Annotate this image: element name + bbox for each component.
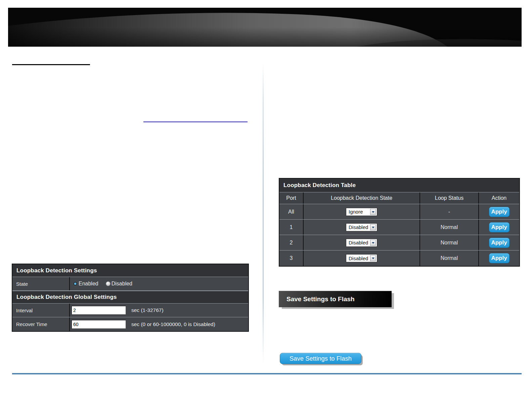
interval-hint: sec (1-32767) bbox=[131, 307, 164, 313]
action-cell: Apply bbox=[479, 250, 519, 266]
apply-button-port3[interactable]: Apply bbox=[489, 253, 509, 263]
state-row: State Enabled Disabled bbox=[12, 277, 248, 291]
apply-button-port2[interactable]: Apply bbox=[489, 238, 509, 248]
apply-button-port1[interactable]: Apply bbox=[489, 222, 509, 232]
global-settings-title: Loopback Detection Global Settings bbox=[12, 291, 248, 304]
port-table-header-row: Port Loopback Detection State Loop Statu… bbox=[279, 192, 519, 204]
dropdown-arrow-icon[interactable] bbox=[370, 240, 376, 246]
column-divider-line bbox=[263, 62, 264, 364]
state-label: State bbox=[12, 277, 70, 290]
enabled-radio[interactable] bbox=[73, 281, 78, 286]
state-select-port2[interactable]: Disabled bbox=[346, 239, 377, 247]
state-cell: Disabled bbox=[304, 220, 420, 235]
settings-panel-title: Loopback Detection Settings bbox=[12, 264, 248, 277]
loop-status-cell: Normal bbox=[420, 220, 479, 235]
port-cell: 2 bbox=[279, 235, 304, 250]
col-header-state: Loopback Detection State bbox=[304, 192, 420, 204]
action-cell: Apply bbox=[479, 220, 519, 235]
disabled-radio-label: Disabled bbox=[112, 281, 132, 287]
state-select-value: Ignore bbox=[349, 209, 369, 215]
action-cell: Apply bbox=[479, 204, 519, 219]
table-row-1: 1 Disabled Normal Apply bbox=[279, 220, 519, 235]
table-row-3: 3 Disabled Normal Apply bbox=[279, 250, 519, 266]
loop-status-cell: Normal bbox=[420, 235, 479, 250]
interval-row: Interval sec (1-32767) bbox=[12, 304, 248, 317]
hyperlink-underline[interactable] bbox=[143, 122, 248, 122]
port-cell: All bbox=[279, 204, 304, 219]
state-select-value: Disabled bbox=[349, 256, 369, 261]
disabled-radio[interactable] bbox=[106, 281, 110, 286]
section-heading-underline bbox=[12, 64, 90, 65]
dropdown-arrow-icon[interactable] bbox=[370, 255, 376, 261]
col-header-loop-status: Loop Status bbox=[420, 192, 479, 204]
port-cell: 1 bbox=[279, 220, 304, 235]
action-cell: Apply bbox=[479, 235, 519, 250]
recover-time-value-cell: sec (0 or 60-1000000, 0 is Disabled) bbox=[70, 317, 248, 331]
loop-status-cell: Normal bbox=[420, 250, 479, 266]
manual-page: Loopback Detection Settings State Enable… bbox=[0, 0, 532, 411]
state-select-value: Disabled bbox=[349, 224, 369, 230]
footer-divider-rule bbox=[12, 373, 522, 374]
apply-button-all[interactable]: Apply bbox=[489, 207, 509, 217]
recover-time-label: Recover Time bbox=[12, 317, 70, 331]
interval-label: Interval bbox=[12, 304, 70, 317]
header-banner-image bbox=[8, 8, 522, 47]
port-table-title: Loopback Detection Table bbox=[279, 179, 519, 192]
table-row-2: 2 Disabled Normal Apply bbox=[279, 235, 519, 250]
recover-time-row: Recover Time sec (0 or 60-1000000, 0 is … bbox=[12, 317, 248, 331]
save-settings-section-banner: Save Settings to Flash bbox=[279, 291, 392, 307]
interval-input[interactable] bbox=[72, 306, 126, 315]
state-cell: Disabled bbox=[304, 250, 420, 266]
state-options: Enabled Disabled bbox=[70, 277, 248, 290]
save-settings-to-flash-button[interactable]: Save Settings to Flash bbox=[280, 353, 361, 364]
interval-value-cell: sec (1-32767) bbox=[70, 304, 248, 317]
state-select-value: Disabled bbox=[349, 240, 369, 245]
port-cell: 3 bbox=[279, 250, 304, 266]
recover-time-input[interactable] bbox=[72, 320, 126, 329]
col-header-port: Port bbox=[279, 192, 304, 204]
table-row-all: All Ignore - Apply bbox=[279, 204, 519, 220]
dropdown-arrow-icon[interactable] bbox=[370, 209, 376, 215]
state-select-all[interactable]: Ignore bbox=[346, 208, 377, 216]
state-select-port1[interactable]: Disabled bbox=[346, 223, 377, 231]
state-select-port3[interactable]: Disabled bbox=[346, 254, 377, 262]
loop-status-cell: - bbox=[420, 204, 479, 219]
enabled-radio-label: Enabled bbox=[79, 281, 98, 287]
recover-time-hint: sec (0 or 60-1000000, 0 is Disabled) bbox=[131, 321, 215, 327]
banner-swoosh-graphic bbox=[8, 8, 522, 47]
col-header-action: Action bbox=[479, 192, 519, 204]
state-cell: Disabled bbox=[304, 235, 420, 250]
loopback-detection-table: Loopback Detection Table Port Loopback D… bbox=[279, 178, 520, 267]
state-cell: Ignore bbox=[304, 204, 420, 219]
loopback-detection-settings-table: Loopback Detection Settings State Enable… bbox=[12, 264, 249, 332]
dropdown-arrow-icon[interactable] bbox=[370, 224, 376, 230]
